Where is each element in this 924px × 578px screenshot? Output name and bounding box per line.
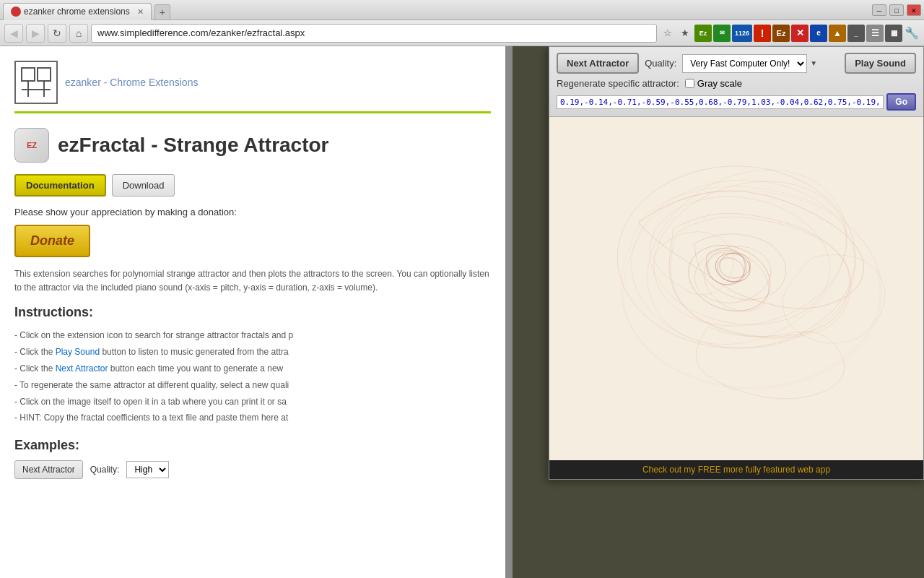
donate-button[interactable]: Donate [14,225,90,257]
maximize-button[interactable]: □ [889,4,904,16]
wrench-icon[interactable]: 🔧 [904,25,920,41]
download-button[interactable]: Download [112,174,175,197]
site-header: ezanker - Chrome Extensions [14,61,491,113]
play-sound-button[interactable]: Play Sound [845,53,916,74]
tab-area: ezanker chrome extensions ✕ + [3,0,170,20]
forward-button[interactable]: ▶ [26,24,45,43]
popup-toolbar-row1: Next Attractor Quality: Very Fast Comput… [557,53,916,74]
browser-tab[interactable]: ezanker chrome extensions ✕ [3,3,152,20]
tab-favicon [11,7,21,17]
gray-scale-checkbox-group: Gray scale [685,78,742,89]
ext-icon-6[interactable]: ✕ [791,25,808,42]
regen-label: Regenerate specific attractor: [557,78,679,89]
list-item: - To regenerate the same attractor at di… [14,377,491,394]
ext-icon-11[interactable]: ▦ [885,25,902,42]
ext-icon-5[interactable]: Ez [772,25,790,42]
ext-icon-8[interactable]: ▲ [829,25,846,42]
popup-quality-label: Quality: [645,58,676,69]
ext-icon-3[interactable]: 1126 [732,25,752,42]
ext-icon-9[interactable]: _ [847,25,865,42]
example-next-attractor-button[interactable]: Next Attractor [14,460,83,479]
new-tab-button[interactable]: + [154,4,170,20]
list-item: - Click the Play Sound button to listen … [14,344,491,361]
coefficients-input[interactable] [557,95,884,109]
examples-title: Examples: [14,438,491,453]
tab-title: ezanker chrome extensions [24,7,130,17]
navigation-bar: ◀ ▶ ↻ ⌂ www.simpledifference.com/ezanker… [0,20,924,46]
popup-toolbar: Next Attractor Quality: Very Fast Comput… [549,47,923,117]
fractal-image-area[interactable] [549,117,923,460]
site-logo [14,61,58,104]
extension-popup: Next Attractor Quality: Very Fast Comput… [549,46,924,480]
tab-close-icon[interactable]: ✕ [137,7,144,17]
minimize-button[interactable]: ─ [872,4,886,16]
next-attractor-button[interactable]: Next Attractor [557,53,639,74]
fractal-svg [549,117,923,460]
svg-rect-1 [38,68,51,81]
list-item: - HINT: Copy the fractal coefficients to… [14,410,491,426]
ext-icon-2[interactable]: ✉ [713,25,731,42]
list-item: - Click on the extension icon to search … [14,327,491,344]
go-button[interactable]: Go [886,93,916,111]
toolbar-icons: ☆ ★ Ez ✉ 1126 ! Ez ✕ e ▲ _ ☰ ▦ 🔧 [660,25,920,42]
window-controls: ─ □ ✕ [872,4,921,16]
extension-header: EZ ezFractal - Strange Attractor [14,128,491,163]
coefficients-row: Go [557,93,916,111]
instructions-title: Instructions: [14,305,491,320]
star-icon[interactable]: ★ [677,25,693,41]
ext-icon-4[interactable]: ! [754,25,771,42]
logo-svg [18,64,54,100]
title-bar: ezanker chrome extensions ✕ + ─ □ ✕ [0,0,924,20]
popup-footer: Check out my FREE more fully featured we… [549,460,923,479]
back-button[interactable]: ◀ [4,24,23,43]
documentation-button[interactable]: Documentation [14,174,106,197]
buttons-row: Documentation Download [14,174,491,197]
page-content: ezanker - Chrome Extensions EZ ezFractal… [0,46,924,578]
ext-icon-1[interactable]: Ez [694,25,712,42]
footer-link[interactable]: Check out my FREE more fully featured we… [642,465,830,475]
example-quality-label: Quality: [90,465,120,475]
ext-icon-7[interactable]: e [810,25,827,42]
browser-chrome: ezanker chrome extensions ✕ + ─ □ ✕ ◀ ▶ … [0,0,924,46]
ext-icon-10[interactable]: ☰ [866,25,884,42]
address-bar[interactable]: www.simpledifference.com/ezanker/ezfract… [91,24,657,43]
title-bar-left: ezanker chrome extensions ✕ + [3,0,170,20]
popup-toolbar-row2: Regenerate specific attractor: Gray scal… [557,78,916,89]
bookmark-icon[interactable]: ☆ [660,25,676,41]
example-controls: Next Attractor Quality: High [14,460,491,479]
website-inner: ezanker - Chrome Extensions EZ ezFractal… [0,46,505,578]
address-url: www.simpledifference.com/ezanker/ezfract… [97,27,305,38]
popup-quality-dropdown-arrow[interactable]: ▼ [810,59,817,67]
extension-icon: EZ [14,128,49,163]
home-button[interactable]: ⌂ [69,24,88,43]
svg-rect-7 [568,117,904,460]
extension-title: ezFractal - Strange Attractor [58,134,329,157]
close-button[interactable]: ✕ [907,4,921,16]
site-subtitle: ezanker - Chrome Extensions [65,77,198,88]
example-quality-select[interactable]: High [126,461,169,478]
description: This extension searches for polynomial s… [14,267,491,295]
donation-text: Please show your appreciation by making … [14,207,491,217]
list-item: - Click the Next Attractor button each t… [14,361,491,377]
gray-scale-label: Gray scale [697,78,742,89]
svg-rect-0 [22,68,35,81]
list-item: - Click on the image itself to open it i… [14,394,491,410]
popup-quality-select[interactable]: Very Fast Computer Only! [682,54,807,73]
gray-scale-checkbox[interactable] [685,79,694,88]
reload-button[interactable]: ↻ [48,24,66,43]
instruction-list: - Click on the extension icon to search … [14,327,491,426]
website: ezanker - Chrome Extensions EZ ezFractal… [0,46,513,578]
